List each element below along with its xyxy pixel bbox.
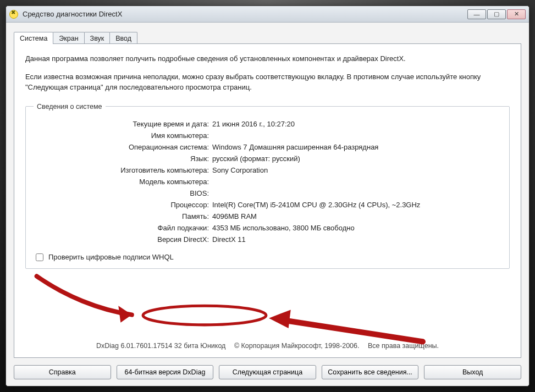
- value-memory: 4096MB RAM: [212, 212, 501, 220]
- row-os: Операционная система: Windows 7 Домашняя…: [34, 141, 501, 153]
- maximize-button[interactable]: ▢: [487, 9, 506, 19]
- tab-input[interactable]: Ввод: [109, 32, 137, 44]
- whql-label[interactable]: Проверить цифровые подписи WHQL: [48, 253, 174, 261]
- tab-display[interactable]: Экран: [53, 32, 84, 44]
- intro-text-1: Данная программа позволяет получить подр…: [25, 54, 510, 64]
- value-cpu: Intel(R) Core(TM) i5-2410M CPU @ 2.30GHz…: [212, 201, 501, 209]
- label-computer-name: Имя компьютера:: [34, 131, 212, 140]
- row-memory: Память: 4096MB RAM: [34, 211, 501, 222]
- window-title: Средство диагностики DirectX: [23, 10, 467, 18]
- close-button[interactable]: ✕: [507, 9, 526, 19]
- row-directx-version: Версия DirectX: DirectX 11: [34, 234, 501, 245]
- footer-copyright: © Корпорация Майкрософт, 1998-2006.: [234, 342, 360, 350]
- row-language: Язык: русский (формат: русский): [34, 153, 501, 164]
- row-pagefile: Файл подкачки: 4353 МБ использовано, 380…: [34, 222, 501, 234]
- help-button[interactable]: Справка: [14, 365, 111, 379]
- intro-text-2: Если известна возможная причина неполадк…: [25, 72, 510, 93]
- label-language: Язык:: [34, 154, 212, 163]
- svg-point-0: [143, 306, 266, 325]
- app-icon: [9, 10, 18, 19]
- window: Средство диагностики DirectX — ▢ ✕ Систе…: [5, 5, 530, 387]
- row-bios: BIOS:: [34, 187, 501, 199]
- value-pagefile: 4353 МБ использовано, 3800 МБ свободно: [212, 224, 501, 232]
- row-cpu: Процессор: Intel(R) Core(TM) i5-2410M CP…: [34, 199, 501, 211]
- label-pagefile: Файл подкачки:: [34, 224, 212, 232]
- row-computer-name: Имя компьютера:: [34, 130, 501, 141]
- run-64bit-button[interactable]: 64-битная версия DxDiag: [117, 365, 214, 379]
- titlebar: Средство диагностики DirectX — ▢ ✕: [6, 6, 529, 23]
- label-directx-version: Версия DirectX:: [34, 235, 212, 244]
- value-computer-name: [212, 131, 501, 140]
- client-area: Система Экран Звук Ввод Данная программа…: [6, 23, 529, 386]
- label-model: Модель компьютера:: [34, 178, 212, 186]
- svg-marker-2: [269, 310, 291, 328]
- value-bios: [212, 189, 501, 197]
- label-bios: BIOS:: [34, 189, 212, 197]
- minimize-button[interactable]: —: [467, 9, 486, 19]
- row-manufacturer: Изготовитель компьютера: Sony Corporatio…: [34, 164, 501, 176]
- label-datetime: Текущие время и дата:: [34, 120, 212, 128]
- footer-build: DxDiag 6.01.7601.17514 32 бита Юникод: [96, 342, 225, 350]
- label-cpu: Процессор:: [34, 201, 212, 209]
- label-memory: Память:: [34, 212, 212, 220]
- footer-rights: Все права защищены.: [368, 342, 439, 350]
- row-datetime: Текущие время и дата: 21 июня 2016 г., 1…: [34, 118, 501, 130]
- tab-system[interactable]: Система: [14, 32, 53, 44]
- button-bar: Справка 64-битная версия DxDiag Следующа…: [14, 365, 521, 379]
- value-language: русский (формат: русский): [212, 154, 501, 163]
- system-info-group: Сведения о системе Текущие время и дата:…: [25, 103, 510, 269]
- whql-checkbox[interactable]: [36, 253, 43, 261]
- label-os: Операционная система:: [34, 143, 212, 151]
- save-all-button[interactable]: Сохранить все сведения...: [322, 365, 419, 379]
- value-os: Windows 7 Домашняя расширенная 64-разряд…: [212, 143, 501, 151]
- exit-button[interactable]: Выход: [424, 365, 521, 379]
- value-manufacturer: Sony Corporation: [212, 166, 501, 174]
- tab-panel-system: Данная программа позволяет получить подр…: [14, 43, 521, 358]
- value-datetime: 21 июня 2016 г., 10:27:20: [212, 120, 501, 128]
- label-manufacturer: Изготовитель компьютера:: [34, 166, 212, 174]
- window-controls: — ▢ ✕: [467, 9, 526, 19]
- value-directx-version: DirectX 11: [212, 235, 501, 244]
- next-page-button[interactable]: Следующая страница: [219, 365, 316, 379]
- whql-row: Проверить цифровые подписи WHQL: [34, 252, 501, 263]
- row-model: Модель компьютера:: [34, 176, 501, 187]
- system-info-legend: Сведения о системе: [34, 103, 106, 111]
- svg-marker-1: [118, 306, 131, 323]
- tab-sound[interactable]: Звук: [84, 32, 111, 44]
- value-model: [212, 178, 501, 186]
- tabstrip: Система Экран Звук Ввод: [14, 29, 521, 44]
- footer-line: DxDiag 6.01.7601.17514 32 бита Юникод © …: [25, 342, 510, 350]
